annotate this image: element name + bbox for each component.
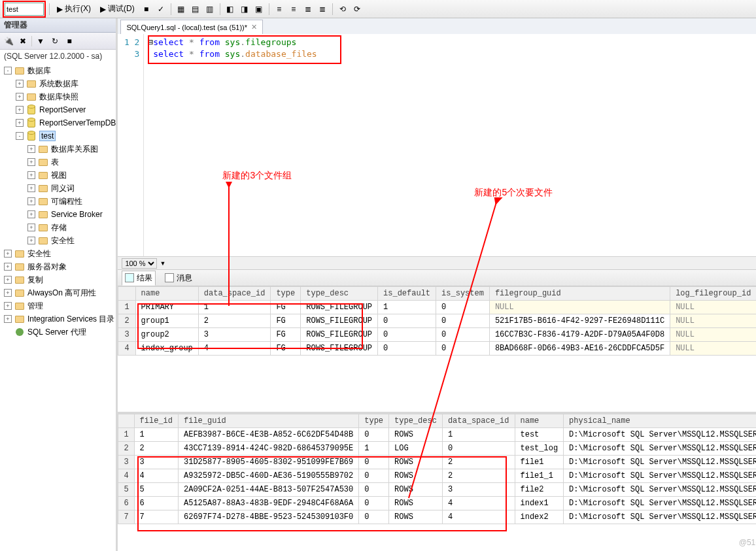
disconnect-icon[interactable]: ✖ <box>17 35 29 47</box>
expand-toggle[interactable]: + <box>27 237 35 244</box>
expand-toggle[interactable]: + <box>27 171 35 179</box>
tree-item[interactable]: -数据库 <box>0 64 116 77</box>
expand-toggle[interactable]: - <box>16 132 24 140</box>
sql-editor[interactable]: 1 2 3 ⊟select * from sys.filegroups sele… <box>118 34 756 256</box>
expand-toggle[interactable]: + <box>16 106 24 114</box>
table-row[interactable]: 4index_group4FGROWS_FILEGROUP008BAD668F-… <box>118 342 756 356</box>
table-row[interactable]: 44A9325972-DB5C-460D-AE36-5190555B97020R… <box>118 469 756 483</box>
tree-item[interactable]: +存储 <box>0 221 116 234</box>
expand-toggle[interactable]: + <box>16 93 24 101</box>
tree-item[interactable]: +安全性 <box>0 247 116 260</box>
connect-icon[interactable]: 🔌 <box>3 35 14 47</box>
column-header[interactable]: type <box>359 414 389 428</box>
tab-sqlquery[interactable]: SQLQuery1.sql - (local).test (sa (51))* … <box>120 20 263 34</box>
database-selector[interactable] <box>5 3 44 16</box>
expand-toggle[interactable]: + <box>27 197 35 205</box>
expand-toggle[interactable]: + <box>4 315 12 323</box>
tree-item[interactable]: +可编程性 <box>0 195 116 208</box>
column-header[interactable]: filegroup_guid <box>489 287 670 301</box>
tree-item[interactable]: +Integration Services 目录 <box>0 312 116 326</box>
column-header[interactable]: file_id <box>134 414 178 428</box>
expand-toggle[interactable]: + <box>27 184 35 192</box>
tool-icon[interactable]: ▦ <box>175 3 188 16</box>
execute-button[interactable]: ▶ 执行(X) <box>53 2 95 16</box>
close-icon[interactable]: ✕ <box>251 23 257 31</box>
column-header[interactable]: log_filegroup_id <box>670 287 756 301</box>
tab-messages[interactable]: 消息 <box>162 271 195 285</box>
column-header[interactable]: file_guid <box>179 414 359 428</box>
column-header[interactable]: type_desc <box>301 287 378 301</box>
tree-item[interactable]: SQL Server 代理 <box>0 326 116 339</box>
tree-item[interactable]: +复制 <box>0 273 116 286</box>
tool-icon[interactable]: ▥ <box>203 3 216 16</box>
expand-toggle[interactable]: + <box>16 80 24 88</box>
tree-item[interactable]: +数据库快照 <box>0 90 116 103</box>
tool-icon[interactable]: ◨ <box>238 3 251 16</box>
results-grid-1[interactable]: namedata_space_idtypetype_descis_default… <box>118 286 756 414</box>
tree-item[interactable]: +视图 <box>0 169 116 182</box>
table-row[interactable]: 7762697F74-D278-4BBE-9523-5245309103F00R… <box>118 510 756 524</box>
expand-toggle[interactable]: + <box>4 263 12 271</box>
column-header[interactable]: is_system <box>436 287 490 301</box>
column-header[interactable]: data_space_id <box>198 287 271 301</box>
expand-toggle[interactable]: - <box>4 67 12 75</box>
tree-item[interactable]: +系统数据库 <box>0 77 116 90</box>
expand-toggle[interactable]: + <box>27 224 35 231</box>
column-header[interactable]: type_desc <box>389 414 443 428</box>
tree-item[interactable]: +Service Broker <box>0 208 116 221</box>
tree-item[interactable]: -test <box>0 129 116 142</box>
expand-toggle[interactable]: + <box>27 145 35 153</box>
tree[interactable]: -数据库+系统数据库+数据库快照+ReportServer+ReportServ… <box>0 63 116 551</box>
zoom-select[interactable]: 100 % <box>122 258 157 269</box>
column-header[interactable] <box>118 414 134 428</box>
table-row[interactable]: 11AEFB3987-B6CE-4E3B-A852-6C62DF54D48B0R… <box>118 428 756 442</box>
stop-refresh-icon[interactable]: ■ <box>63 35 75 47</box>
comment-icon[interactable]: ≣ <box>301 3 315 16</box>
expand-toggle[interactable]: + <box>4 289 12 297</box>
expand-toggle[interactable]: + <box>4 276 12 284</box>
table-row[interactable]: 66A5125A87-88A3-483B-9EDF-2948C4F68A6A0R… <box>118 497 756 510</box>
filter-icon[interactable]: ▼ <box>35 35 46 47</box>
column-header[interactable] <box>118 287 135 301</box>
results-grid-2[interactable]: file_idfile_guidtypetype_descdata_space_… <box>118 414 756 551</box>
table-row[interactable]: 3group23FGROWS_FILEGROUP0016CC7B3C-F836-… <box>118 328 756 342</box>
tree-item[interactable]: +数据库关系图 <box>0 142 116 156</box>
tree-item[interactable]: +表 <box>0 156 116 169</box>
column-header[interactable]: data_space_id <box>442 414 515 428</box>
expand-toggle[interactable]: + <box>27 158 35 166</box>
expand-toggle[interactable]: + <box>4 302 12 310</box>
table-row[interactable]: 552A09CF2A-0251-44AE-B813-507F2547A5300R… <box>118 483 756 497</box>
tree-item[interactable]: +ReportServerTempDB <box>0 116 116 129</box>
column-header[interactable]: name <box>515 414 564 428</box>
tool-icon[interactable]: ⟲ <box>336 3 349 16</box>
tool-icon[interactable]: ◧ <box>224 3 237 16</box>
indent-icon[interactable]: ≡ <box>273 3 286 16</box>
refresh-icon[interactable]: ↻ <box>49 35 61 47</box>
uncomment-icon[interactable]: ≣ <box>316 3 329 16</box>
tool-icon[interactable]: ▣ <box>252 3 266 16</box>
tree-item[interactable]: +同义词 <box>0 182 116 195</box>
tree-item[interactable]: +服务器对象 <box>0 260 116 273</box>
tab-results[interactable]: 结果 <box>122 271 156 286</box>
outdent-icon[interactable]: ≡ <box>287 3 300 16</box>
tree-item[interactable]: +管理 <box>0 299 116 312</box>
tree-item[interactable]: +ReportServer <box>0 103 116 116</box>
stop-icon[interactable]: ■ <box>140 3 153 16</box>
expand-toggle[interactable]: + <box>16 119 24 127</box>
tool-icon[interactable]: ⟳ <box>351 3 364 16</box>
debug-button[interactable]: ▶ 调试(D) <box>96 2 139 16</box>
tree-item[interactable]: +安全性 <box>0 234 116 247</box>
table-row[interactable]: 3331D25877-8905-4605-8302-951099FE7B690R… <box>118 456 756 469</box>
column-header[interactable]: name <box>135 287 198 301</box>
expand-toggle[interactable]: + <box>4 250 12 258</box>
column-header[interactable]: is_default <box>378 287 436 301</box>
table-row[interactable]: 1PRIMARY1FGROWS_FILEGROUP10NULLNULL0 <box>118 301 756 314</box>
tree-item[interactable]: +AlwaysOn 高可用性 <box>0 286 116 299</box>
expand-toggle[interactable]: + <box>27 210 35 218</box>
table-row[interactable]: 2243CC7139-8914-424C-982D-68645379095E1L… <box>118 442 756 456</box>
column-header[interactable]: physical_name <box>564 414 756 428</box>
code-content[interactable]: ⊟select * from sys.filegroups select * f… <box>144 34 756 256</box>
table-row[interactable]: 2group12FGROWS_FILEGROUP00521F17B5-B616-… <box>118 314 756 328</box>
tool-icon[interactable]: ▤ <box>189 3 202 16</box>
check-icon[interactable]: ✓ <box>154 3 167 16</box>
